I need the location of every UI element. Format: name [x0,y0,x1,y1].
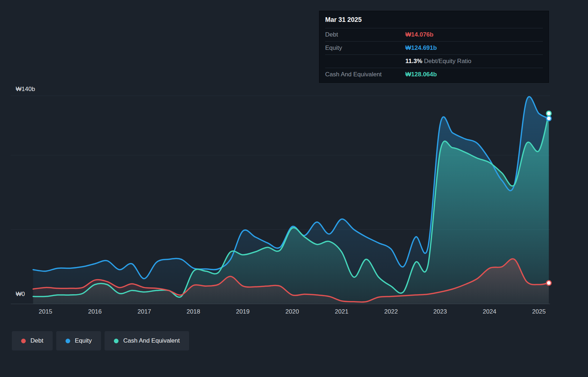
legend-item-debt[interactable]: Debt [12,331,53,350]
x-axis-tick-2015: 2015 [30,308,61,315]
x-axis-tick-2021: 2021 [327,308,357,315]
chart-tooltip: Mar 31 2025 Debt ₩14.076b Equity ₩124.69… [319,11,549,83]
x-axis-tick-2018: 2018 [178,308,208,315]
tooltip-equity-label: Equity [325,44,405,52]
tooltip-row-equity: Equity ₩124.691b [325,41,543,54]
legend-dot-debt [21,339,26,343]
tooltip-ratio-value: 11.3% Debt/Equity Ratio [405,58,471,65]
legend-item-equity[interactable]: Equity [56,331,101,350]
tooltip-row-cash: Cash And Equivalent ₩128.064b [325,68,543,81]
y-axis-label-max: ₩140b [16,86,35,93]
legend-item-cash-and-equivalent[interactable]: Cash And Equivalent [105,331,189,350]
tooltip-date: Mar 31 2025 [325,11,543,28]
x-axis-tick-2023: 2023 [425,308,455,315]
debt-end-dot [546,281,551,285]
legend: DebtEquityCash And Equivalent [12,331,189,350]
x-axis: 2015201620172018201920202021202220232024… [0,308,588,317]
x-axis-tick-2022: 2022 [376,308,406,315]
tooltip-debt-value: ₩14.076b [405,31,433,38]
tooltip-cash-value: ₩128.064b [405,71,437,78]
legend-label: Cash And Equivalent [123,337,180,344]
tooltip-debt-label: Debt [325,31,405,38]
x-axis-tick-2017: 2017 [129,308,159,315]
x-axis-tick-2024: 2024 [474,308,505,315]
legend-dot-cash-and-equivalent [114,339,119,343]
tooltip-row-debt: Debt ₩14.076b [325,28,543,41]
y-axis-label-min: ₩0 [16,291,25,298]
equity-end-dot [546,116,551,121]
legend-label: Debt [30,337,43,344]
tooltip-equity-value: ₩124.691b [405,44,437,52]
x-axis-tick-2016: 2016 [80,308,110,315]
x-axis-tick-2020: 2020 [277,308,307,315]
x-axis-tick-2019: 2019 [228,308,258,315]
legend-dot-equity [66,339,70,343]
x-axis-tick-2025: 2025 [524,308,554,315]
tooltip-row-ratio: 11.3% Debt/Equity Ratio [325,54,543,68]
tooltip-cash-label: Cash And Equivalent [325,71,405,78]
cash-and-equivalent-end-dot [546,111,551,116]
legend-label: Equity [75,337,92,344]
